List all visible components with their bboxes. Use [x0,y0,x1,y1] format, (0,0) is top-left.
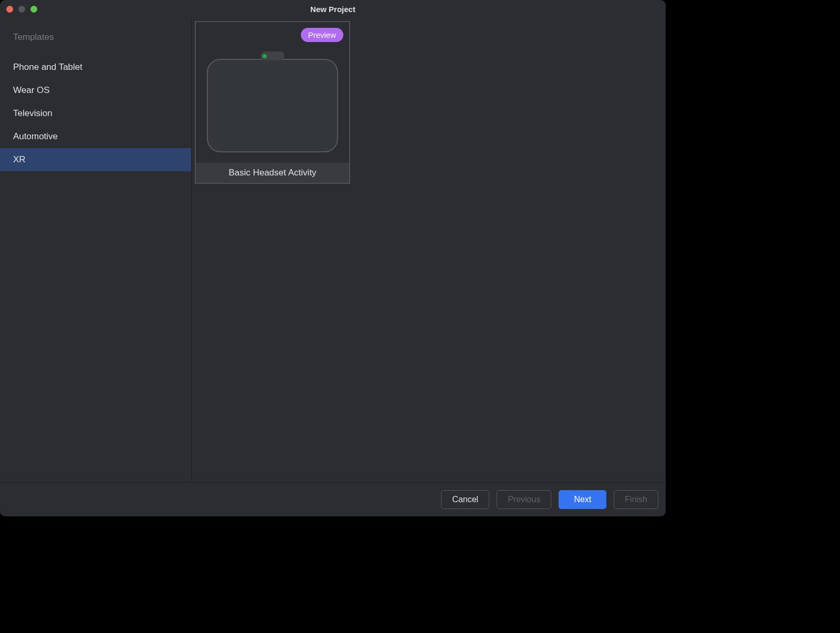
window-title: New Project [0,5,666,14]
power-indicator-icon [262,54,267,58]
sidebar-item-label: XR [13,154,26,164]
dialog-body: Templates Phone and Tablet Wear OS Telev… [0,18,666,482]
new-project-dialog: New Project Templates Phone and Tablet W… [0,0,666,516]
maximize-window-icon[interactable] [30,6,37,13]
sidebar-item-label: Wear OS [13,85,50,95]
template-card-basic-headset-activity[interactable]: Preview Basic Headset Activity [195,21,350,184]
sidebar-item-label: Phone and Tablet [13,62,82,72]
template-category-sidebar: Templates Phone and Tablet Wear OS Telev… [0,18,192,482]
sidebar-item-television[interactable]: Television [0,102,191,125]
headset-device-icon [207,59,338,152]
titlebar: New Project [0,0,666,18]
previous-button: Previous [497,490,551,509]
traffic-lights [0,6,37,13]
template-gallery: Preview Basic Headset Activity [192,18,666,482]
dialog-footer: Cancel Previous Next Finish [0,482,666,516]
finish-button: Finish [614,490,658,509]
headset-power-toggle-icon [260,51,285,60]
sidebar-item-label: Automotive [13,131,58,141]
sidebar-item-label: Television [13,108,52,118]
template-thumbnail: Preview [196,22,349,163]
sidebar-item-xr[interactable]: XR [0,148,191,171]
close-window-icon[interactable] [6,6,13,13]
minimize-window-icon[interactable] [18,6,25,13]
next-button[interactable]: Next [559,490,606,509]
sidebar-item-wear-os[interactable]: Wear OS [0,79,191,102]
sidebar-item-phone-and-tablet[interactable]: Phone and Tablet [0,56,191,79]
sidebar-heading: Templates [0,18,191,56]
cancel-button[interactable]: Cancel [441,490,489,509]
sidebar-item-automotive[interactable]: Automotive [0,125,191,148]
preview-badge: Preview [301,28,343,42]
template-caption: Basic Headset Activity [196,163,349,183]
